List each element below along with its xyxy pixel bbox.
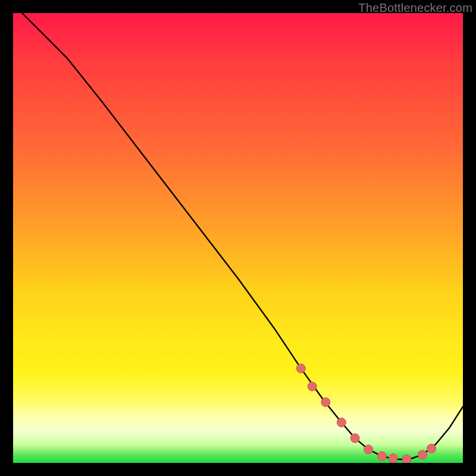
curve-markers [296,364,436,463]
curve-marker [427,444,436,453]
bottleneck-curve [22,13,463,459]
curve-layer [13,13,463,463]
curve-marker [321,397,330,406]
curve-marker [308,382,317,391]
curve-marker [418,450,427,459]
curve-marker [364,445,373,454]
curve-marker [402,455,411,464]
curve-marker [296,364,305,373]
curve-marker [377,452,386,461]
chart-stage: TheBottlenecker.com [0,0,476,476]
curve-marker [350,434,359,443]
gradient-plot-area [13,13,463,463]
curve-marker [337,418,346,427]
curve-marker [389,454,397,463]
